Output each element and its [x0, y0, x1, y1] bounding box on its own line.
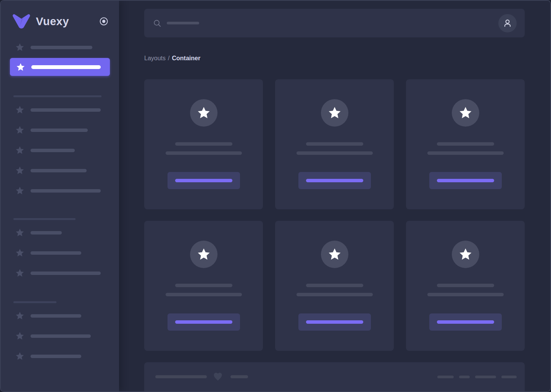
sidebar-item-bar — [31, 65, 101, 69]
sidebar-item[interactable] — [15, 105, 110, 114]
card-button-bar — [437, 320, 494, 324]
star-icon — [15, 228, 24, 237]
record-circle-icon[interactable] — [99, 17, 108, 26]
footer-card — [144, 362, 525, 392]
sidebar-section-label-bar — [13, 301, 56, 303]
breadcrumb-separator: / — [168, 55, 169, 61]
search-bar[interactable] — [144, 9, 525, 37]
star-icon — [15, 352, 24, 361]
card-text-bar — [427, 293, 504, 296]
card-avatar — [190, 241, 218, 268]
card-text-bar — [166, 293, 242, 296]
sidebar-item-bar — [31, 231, 62, 235]
card-text-bar — [437, 142, 494, 146]
sidebar-item[interactable] — [15, 248, 110, 257]
star-icon — [16, 63, 25, 72]
card-text-bar — [296, 293, 373, 296]
sidebar-item[interactable] — [15, 186, 110, 195]
sidebar-item-bar — [31, 169, 87, 172]
star-icon — [15, 125, 24, 135]
sidebar-item-bar — [31, 272, 101, 275]
sidebar-item[interactable] — [15, 331, 110, 341]
sidebar-section-label-bar — [13, 218, 76, 220]
sidebar-section-label-bar — [13, 95, 102, 97]
card-avatar — [452, 99, 479, 127]
sidebar-item[interactable] — [15, 125, 110, 135]
card-text-bar — [175, 284, 232, 287]
footer-text-bar — [459, 376, 470, 378]
card-text-bar — [175, 142, 232, 146]
card-button-bar — [175, 179, 232, 182]
breadcrumb-current: Container — [172, 55, 201, 61]
star-icon — [15, 146, 24, 155]
star-icon — [15, 105, 24, 114]
app-window: Vuexy — [0, 0, 551, 392]
card-button-bar — [437, 179, 494, 182]
card — [275, 79, 394, 209]
card-button[interactable] — [168, 172, 240, 189]
card-text-bar — [296, 151, 373, 155]
star-icon — [15, 311, 24, 320]
footer-right-group — [432, 372, 517, 382]
brand-title: Vuexy — [36, 15, 69, 28]
card-avatar — [321, 241, 348, 268]
sidebar-item-bar — [31, 314, 81, 318]
star-icon — [15, 248, 24, 257]
star-icon — [15, 43, 24, 52]
search-placeholder-bar — [167, 22, 199, 24]
sidebar-item[interactable] — [15, 352, 110, 361]
sidebar-item[interactable] — [15, 228, 110, 237]
card-button-bar — [175, 320, 232, 324]
breadcrumb: Layouts/Container — [144, 55, 525, 62]
footer-text-bar — [437, 376, 454, 378]
card-text-bar — [306, 142, 363, 146]
vuexy-v-icon — [12, 14, 31, 29]
card-button[interactable] — [168, 313, 240, 331]
card-text-bar — [437, 284, 494, 287]
sidebar-item[interactable] — [15, 166, 110, 175]
sidebar-item[interactable] — [15, 311, 110, 320]
sidebar-item[interactable] — [15, 146, 110, 155]
sidebar-item-bar — [31, 149, 75, 152]
sidebar-item[interactable] — [15, 43, 110, 52]
card-button-bar — [306, 320, 363, 324]
star-icon — [15, 186, 24, 195]
card-text-bar — [306, 284, 363, 287]
sidebar-item-bar — [31, 334, 91, 338]
footer-text-bar — [475, 376, 496, 378]
card-avatar — [321, 99, 348, 127]
person-icon — [503, 18, 512, 28]
sidebar-item-bar — [31, 251, 81, 255]
heart-icon[interactable] — [213, 372, 223, 382]
card — [275, 221, 394, 351]
search-icon — [153, 19, 161, 27]
card — [406, 221, 525, 351]
sidebar-header: Vuexy — [1, 1, 119, 29]
card — [144, 221, 263, 351]
card-button[interactable] — [429, 313, 502, 331]
card-text-bar — [166, 151, 242, 155]
sidebar-item[interactable] — [15, 268, 110, 278]
star-icon — [15, 268, 24, 278]
card-button[interactable] — [429, 172, 502, 189]
card-text-bar — [427, 151, 504, 155]
star-icon — [15, 331, 24, 341]
main-content: Layouts/Container — [119, 1, 550, 391]
sidebar-item-bar — [31, 108, 101, 112]
sidebar-item-active[interactable] — [10, 58, 110, 76]
sidebar-item-bar — [31, 46, 92, 49]
footer-text-bar — [155, 375, 207, 378]
breadcrumb-parent[interactable]: Layouts — [144, 55, 166, 61]
sidebar: Vuexy — [1, 1, 119, 391]
user-avatar[interactable] — [498, 14, 517, 32]
card — [144, 79, 263, 209]
footer-left-group — [155, 372, 248, 382]
card — [406, 79, 525, 209]
card-button-bar — [306, 179, 363, 182]
card-button[interactable] — [298, 313, 371, 331]
sidebar-item-bar — [31, 129, 88, 132]
card-button[interactable] — [298, 172, 371, 189]
card-grid — [144, 79, 525, 351]
card-avatar — [190, 99, 218, 127]
footer-text-bar — [501, 376, 517, 378]
